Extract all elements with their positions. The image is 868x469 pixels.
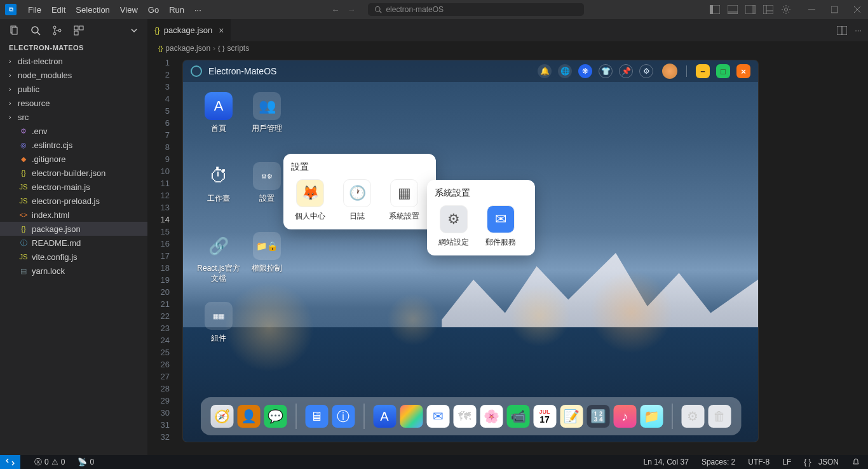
ports-indicator[interactable]: 📡0 <box>75 458 97 466</box>
file-electron-main.js[interactable]: JSelectron-main.js <box>0 180 147 194</box>
file-.env[interactable]: ⚙.env <box>0 124 147 138</box>
popup-item-網站設定[interactable]: ⚙網站設定 <box>435 205 473 248</box>
folder-dist-electron[interactable]: ›dist-electron <box>0 54 147 68</box>
layout-panel-icon[interactable] <box>727 4 738 15</box>
layout-sidebar-left-icon[interactable] <box>709 4 721 15</box>
close-tab-icon[interactable]: × <box>219 25 224 36</box>
folder-public[interactable]: ›public <box>0 82 147 96</box>
file-electron-preload.js[interactable]: JSelectron-preload.js <box>0 194 147 208</box>
command-center[interactable]: electron-mateOS <box>368 3 584 16</box>
dock-calendar[interactable]: JUL17 <box>533 405 556 428</box>
more-actions-icon[interactable]: ··· <box>855 25 862 35</box>
nav-forward[interactable]: → <box>347 5 355 15</box>
file-package.json[interactable]: {}package.json <box>0 222 147 236</box>
folder-resource[interactable]: ›resource <box>0 96 147 110</box>
dock-calculator[interactable]: 🔢 <box>587 405 609 428</box>
popup-item-個人中心[interactable]: 🦊個人中心 <box>291 179 329 222</box>
settings-icon[interactable]: ⚙ <box>639 64 653 78</box>
menu-···[interactable]: ··· <box>189 5 207 15</box>
svg-rect-8 <box>763 5 773 14</box>
dock-notes[interactable]: 📝 <box>560 405 583 428</box>
dock-contacts[interactable]: 👤 <box>237 405 260 428</box>
file-electron-builder.json[interactable]: {}electron-builder.json <box>0 166 147 180</box>
language-icon[interactable]: 🌐 <box>558 64 572 78</box>
breadcrumb[interactable]: {} package.json › { } scripts <box>148 41 868 55</box>
file-.gitignore[interactable]: ◆.gitignore <box>0 152 147 166</box>
dock-trash[interactable]: 🗑 <box>708 405 731 428</box>
popup-item-系統設置[interactable]: ▦系統設置 <box>385 179 423 222</box>
cursor-position[interactable]: Ln 14, Col 37 <box>641 458 691 466</box>
tshirt-icon[interactable]: 👕 <box>599 64 613 78</box>
chevron-down-icon[interactable] <box>130 26 139 35</box>
file-README.md[interactable]: ⓘREADME.md <box>0 236 147 250</box>
settings-gear-icon[interactable] <box>780 4 792 15</box>
tab-label: package.json <box>164 25 213 35</box>
preview-title: Electron-MateOS <box>208 66 276 76</box>
pin-icon[interactable]: 📌 <box>619 64 633 78</box>
preview-maximize[interactable]: □ <box>716 64 730 78</box>
popup-item-郵件服務[interactable]: ✉郵件服務 <box>482 205 520 248</box>
eol[interactable]: LF <box>780 458 794 466</box>
dock-appstore[interactable]: A <box>373 405 396 428</box>
svg-rect-5 <box>728 11 738 14</box>
desktop-icon-workbench[interactable]: ⏱工作臺 <box>194 162 243 232</box>
notifications-bell-icon[interactable] <box>849 458 863 466</box>
dock: 🧭 👤 💬 🖥 ⓘ A ✉ 🗺 🌸 📹 JUL17 📝 🔢 ♪ 📁 ⚙ 🗑 <box>200 397 741 435</box>
nav-back[interactable]: ← <box>331 5 339 15</box>
source-control-icon[interactable] <box>52 25 62 36</box>
desktop-icon-home[interactable]: A首頁 <box>194 92 243 162</box>
user-avatar[interactable] <box>662 64 677 79</box>
menu-go[interactable]: Go <box>143 5 164 15</box>
dock-info[interactable]: ⓘ <box>332 405 355 428</box>
dock-mail[interactable]: ✉ <box>426 405 449 428</box>
popup-item-日誌[interactable]: 🕐日誌 <box>338 179 376 222</box>
menu-edit[interactable]: Edit <box>46 5 71 15</box>
menu-run[interactable]: Run <box>164 5 189 15</box>
dock-display[interactable]: 🖥 <box>305 405 328 428</box>
dock-syspref[interactable]: ⚙ <box>681 405 704 428</box>
dock-safari[interactable]: 🧭 <box>210 405 233 428</box>
menu-file[interactable]: File <box>23 5 46 15</box>
editor-tabs: {} package.json × ··· <box>148 19 868 41</box>
file-.eslintrc.cjs[interactable]: ◎.eslintrc.cjs <box>0 138 147 152</box>
theme-toggle[interactable]: ❋ <box>578 64 592 78</box>
desktop-icon-permissions[interactable]: 📁🔒權限控制 <box>243 232 291 302</box>
dock-music[interactable]: ♪ <box>613 405 636 428</box>
file-index.html[interactable]: <>index.html <box>0 208 147 222</box>
dock-folder[interactable]: 📁 <box>640 405 663 428</box>
desktop-icon-components[interactable]: ▦▦組件 <box>194 302 243 372</box>
split-editor-icon[interactable] <box>837 26 847 35</box>
dock-launchpad[interactable] <box>400 405 423 428</box>
dock-photos[interactable]: 🌸 <box>480 405 503 428</box>
indentation[interactable]: Spaces: 2 <box>699 458 738 466</box>
new-file-icon[interactable] <box>9 25 19 36</box>
svg-rect-7 <box>752 5 756 14</box>
extensions-icon[interactable] <box>74 25 84 36</box>
desktop-icon-reactdocs[interactable]: 🔗React.js官方文檔 <box>194 232 243 302</box>
file-yarn.lock[interactable]: ▤yarn.lock <box>0 264 147 278</box>
desktop-icon-users[interactable]: 👥用戶管理 <box>243 92 291 162</box>
dock-facetime[interactable]: 📹 <box>506 405 529 428</box>
dock-maps[interactable]: 🗺 <box>453 405 476 428</box>
folder-src[interactable]: ›src <box>0 110 147 124</box>
notifications-icon[interactable]: 🔔 <box>538 64 552 78</box>
search-icon[interactable] <box>31 25 41 36</box>
folder-node_modules[interactable]: ›node_modules <box>0 68 147 82</box>
encoding[interactable]: UTF-8 <box>745 458 772 466</box>
maximize-button[interactable] <box>829 4 840 15</box>
problems-indicator[interactable]: ⓧ0 ⚠0 <box>32 457 67 468</box>
remote-indicator[interactable] <box>0 455 20 469</box>
tab-package-json[interactable]: {} package.json × <box>148 19 231 41</box>
language-mode[interactable]: { } JSON <box>801 458 841 466</box>
dock-messages[interactable]: 💬 <box>264 405 287 428</box>
layout-sidebar-right-icon[interactable] <box>745 4 756 15</box>
minimize-button[interactable] <box>806 4 817 15</box>
menu-selection[interactable]: Selection <box>71 5 114 15</box>
menu-view[interactable]: View <box>115 5 143 15</box>
explorer-sidebar: ELECTRON-MATEOS ›dist-electron›node_modu… <box>0 19 148 455</box>
preview-close[interactable]: × <box>736 64 750 78</box>
preview-minimize[interactable]: − <box>696 64 710 78</box>
file-vite.config.js[interactable]: JSvite.config.js <box>0 250 147 264</box>
close-button[interactable] <box>851 4 863 15</box>
customize-layout-icon[interactable] <box>763 4 774 15</box>
